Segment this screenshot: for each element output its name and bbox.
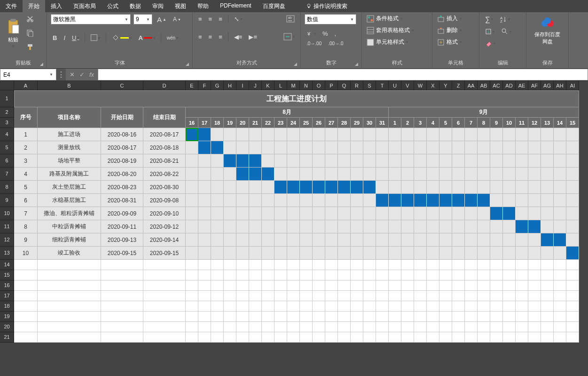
gantt-cell[interactable]	[541, 194, 554, 207]
empty-cell[interactable]	[274, 291, 287, 301]
gantt-cell[interactable]	[439, 207, 452, 220]
gantt-cell[interactable]	[313, 128, 325, 141]
empty-cell[interactable]	[503, 291, 516, 301]
empty-cell[interactable]	[287, 291, 300, 301]
empty-cell[interactable]	[38, 280, 101, 291]
cell-name[interactable]: 竣工验收	[38, 247, 101, 260]
empty-cell[interactable]	[490, 260, 503, 270]
border-button[interactable]: ▾	[89, 33, 102, 42]
empty-cell[interactable]	[274, 301, 287, 312]
empty-cell[interactable]	[401, 270, 414, 280]
empty-cell[interactable]	[478, 332, 490, 343]
gantt-cell[interactable]	[401, 168, 414, 181]
row-header-12[interactable]: 12	[0, 233, 14, 247]
empty-cell[interactable]	[14, 291, 38, 301]
empty-cell[interactable]	[389, 322, 401, 332]
italic-button[interactable]: I	[62, 33, 67, 42]
empty-cell[interactable]	[249, 260, 262, 270]
font-name-select[interactable]: 微软雅黑▼	[51, 14, 131, 24]
gantt-cell[interactable]	[376, 128, 389, 141]
cell-start[interactable]: 2020-08-23	[101, 181, 143, 194]
cell-seq[interactable]: 1	[14, 128, 38, 141]
empty-cell[interactable]	[376, 260, 389, 270]
empty-cell[interactable]	[566, 322, 579, 332]
gantt-cell[interactable]	[452, 247, 465, 260]
gantt-cell[interactable]	[414, 220, 427, 233]
row-header-18[interactable]: 18	[0, 301, 14, 312]
gantt-cell[interactable]	[541, 247, 554, 260]
col-header-E[interactable]: E	[186, 81, 198, 90]
gantt-cell[interactable]	[414, 154, 427, 168]
empty-cell[interactable]	[554, 332, 566, 343]
empty-cell[interactable]	[236, 332, 249, 343]
gantt-cell[interactable]	[389, 233, 401, 247]
empty-cell[interactable]	[363, 332, 376, 343]
empty-cell[interactable]	[274, 322, 287, 332]
gantt-cell[interactable]	[401, 128, 414, 141]
gantt-cell[interactable]	[465, 247, 478, 260]
gantt-cell[interactable]	[249, 233, 262, 247]
gantt-cell[interactable]	[414, 233, 427, 247]
empty-cell[interactable]	[389, 332, 401, 343]
select-all-corner[interactable]	[0, 81, 14, 90]
empty-cell[interactable]	[224, 291, 236, 301]
gantt-cell[interactable]	[389, 141, 401, 154]
empty-cell[interactable]	[313, 332, 325, 343]
clear-button[interactable]: ▾	[483, 39, 497, 48]
empty-cell[interactable]	[14, 260, 38, 270]
gantt-cell[interactable]	[566, 233, 579, 247]
row-header-5[interactable]: 5	[0, 141, 14, 154]
empty-cell[interactable]	[101, 301, 143, 312]
gantt-cell[interactable]	[236, 194, 249, 207]
gantt-cell[interactable]	[389, 207, 401, 220]
gantt-cell[interactable]	[490, 207, 503, 220]
gantt-cell[interactable]	[351, 141, 363, 154]
empty-cell[interactable]	[541, 312, 554, 322]
gantt-cell[interactable]	[313, 247, 325, 260]
gantt-cell[interactable]	[224, 194, 236, 207]
gantt-cell[interactable]	[325, 220, 338, 233]
empty-cell[interactable]	[516, 301, 528, 312]
gantt-cell[interactable]	[186, 154, 198, 168]
col-header-AA[interactable]: AA	[465, 81, 478, 90]
empty-cell[interactable]	[541, 291, 554, 301]
gantt-cell[interactable]	[287, 154, 300, 168]
gantt-cell[interactable]	[490, 247, 503, 260]
gantt-cell[interactable]	[198, 141, 211, 154]
col-header-Q[interactable]: Q	[338, 81, 351, 90]
font-color-button[interactable]: A▾	[136, 33, 157, 42]
gantt-cell[interactable]	[198, 181, 211, 194]
cell-start[interactable]: 2020-08-17	[101, 141, 143, 154]
gantt-cell[interactable]	[211, 194, 224, 207]
gantt-cell[interactable]	[401, 207, 414, 220]
empty-cell[interactable]	[325, 322, 338, 332]
name-box[interactable]: E4▼	[0, 69, 56, 80]
row-header-8[interactable]: 8	[0, 181, 14, 194]
empty-cell[interactable]	[566, 312, 579, 322]
empty-cell[interactable]	[478, 322, 490, 332]
gantt-cell[interactable]	[249, 207, 262, 220]
gantt-cell[interactable]	[414, 181, 427, 194]
gantt-cell[interactable]	[516, 233, 528, 247]
gantt-cell[interactable]	[389, 128, 401, 141]
gantt-cell[interactable]	[554, 220, 566, 233]
gantt-cell[interactable]	[274, 207, 287, 220]
empty-cell[interactable]	[401, 280, 414, 291]
cell-end[interactable]: 2020-09-08	[143, 194, 186, 207]
gantt-cell[interactable]	[503, 194, 516, 207]
gantt-cell[interactable]	[490, 141, 503, 154]
col-header-X[interactable]: X	[427, 81, 439, 90]
gantt-cell[interactable]	[401, 233, 414, 247]
empty-cell[interactable]	[401, 312, 414, 322]
empty-cell[interactable]	[401, 291, 414, 301]
gantt-cell[interactable]	[439, 220, 452, 233]
cell-start[interactable]: 2020-09-09	[101, 207, 143, 220]
empty-cell[interactable]	[186, 312, 198, 322]
gantt-cell[interactable]	[528, 207, 541, 220]
empty-cell[interactable]	[478, 301, 490, 312]
empty-cell[interactable]	[224, 260, 236, 270]
find-button[interactable]: ▾	[499, 27, 513, 36]
empty-cell[interactable]	[14, 301, 38, 312]
empty-cell[interactable]	[503, 322, 516, 332]
gantt-cell[interactable]	[490, 181, 503, 194]
